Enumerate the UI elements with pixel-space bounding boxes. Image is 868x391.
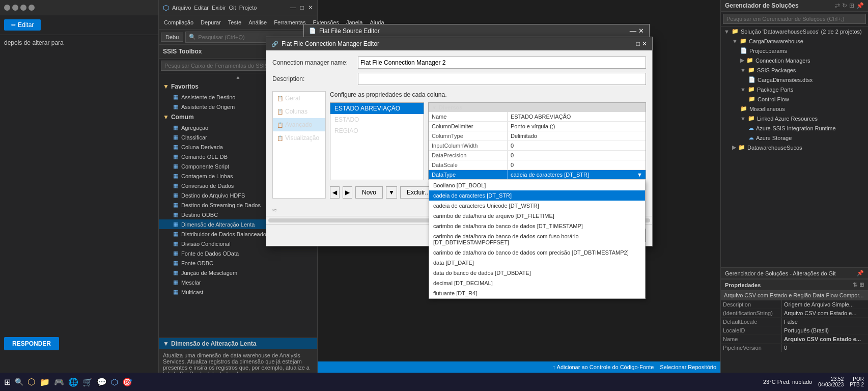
nav-colunas[interactable]: 📋 Colunas <box>273 105 325 118</box>
prop-value-datascale[interactable]: 0 <box>508 160 646 170</box>
debug-button[interactable]: Debu <box>161 33 183 42</box>
prop-grid-btn[interactable]: ⊞ <box>859 282 864 288</box>
editar-button[interactable]: ✏ Editar <box>4 19 41 31</box>
item-icon10: ▦ <box>173 192 178 199</box>
prop-value-inputwidth[interactable]: 0 <box>508 141 646 150</box>
ffs-close[interactable]: ✕ <box>638 27 644 35</box>
taskbar-vs[interactable]: ⬡ <box>27 376 36 387</box>
menu-depurar[interactable]: Depurar <box>198 18 224 26</box>
dropdown-item-str[interactable]: cadeia de caracteres [DT_STR] <box>429 190 645 201</box>
vs-minimize[interactable]: — <box>290 4 296 11</box>
menu-analise[interactable]: Análise <box>245 18 270 26</box>
conn-mgr-min[interactable]: □ <box>636 40 640 47</box>
dropdown-item-timestamp[interactable]: carimbo de data/hora do banco de dados [… <box>429 221 645 231</box>
repository-status[interactable]: Selecionar Repositório <box>660 364 716 370</box>
taskbar-file-explorer[interactable]: 📁 <box>40 377 50 387</box>
dropdown-item-timestamp2[interactable]: carimbo de data/hora do banco de dados c… <box>429 247 645 258</box>
dropdown-item-r4[interactable]: flutuante [DT_R4] <box>429 288 645 298</box>
se-project-params[interactable]: 📄 Project.params <box>721 46 868 55</box>
menu-editar[interactable]: Editar <box>194 5 209 11</box>
se-miscellaneous[interactable]: 📁 Miscellaneous <box>721 104 868 114</box>
se-datawarehouse-sucos[interactable]: ▶ 📁 DatawarehouseSucos <box>721 143 868 152</box>
taskbar-app2[interactable]: 🎯 <box>122 377 132 387</box>
prop-value-dataprecision[interactable]: 0 <box>508 151 646 160</box>
menu-compilacao[interactable]: Compilação <box>161 18 197 26</box>
prop-pipelineversion-name: PipelineVersion <box>721 344 782 352</box>
dropdown-item-timestampoffset[interactable]: carimbo de data/hora do banco de dados c… <box>429 231 645 247</box>
prop-row-datatype[interactable]: DataType cadeia de caracteres [DT_STR] ▼ <box>429 170 646 180</box>
se-control-flow[interactable]: 📁 Control Flow <box>721 94 868 104</box>
nav-prev-button[interactable]: ◀ <box>330 186 340 199</box>
dropdown-item-decimal[interactable]: decimal [DT_DECIMAL] <box>429 278 645 288</box>
toolbox-item-fonte-odata[interactable]: ▦ Fonte de Dados OData <box>159 248 317 258</box>
dropdown-item-bool[interactable]: Booliano [DT_BOOL] <box>429 180 645 190</box>
window-close[interactable] <box>29 5 35 11</box>
taskbar-app1[interactable]: 🎮 <box>54 377 64 387</box>
prop-sort-btn[interactable]: ⇅ <box>853 282 857 288</box>
col-regiao[interactable]: REGIAO <box>330 125 424 136</box>
conn-name-input[interactable] <box>358 57 646 69</box>
taskbar-discord[interactable]: 💬 <box>97 377 107 387</box>
prop-value-datatype[interactable]: cadeia de caracteres [DT_STR] ▼ <box>508 170 646 179</box>
window-restore[interactable] <box>12 5 18 11</box>
menu-exibir[interactable]: Exibir <box>212 5 226 11</box>
dropdown-item-filetime[interactable]: carimbo de data/hora de arquivo [DT_FILE… <box>429 211 645 221</box>
description-input[interactable] <box>358 73 646 85</box>
toolbox-item-multicast[interactable]: ▦ Multicast <box>159 287 317 297</box>
vs-maximize[interactable]: □ <box>300 4 304 11</box>
git-changes-pin[interactable]: 📌 <box>857 270 864 276</box>
dropdown-item-dbdate[interactable]: data do banco de dados [DT_DBDATE] <box>429 268 645 278</box>
prop-value-coltype[interactable]: Delimitado <box>508 131 646 141</box>
menu-projeto[interactable]: Projeto <box>239 5 257 11</box>
taskbar-store[interactable]: 🛒 <box>82 377 93 387</box>
se-collapse-btn[interactable]: ⊞ <box>849 2 854 9</box>
se-cargadatawarehouse[interactable]: ▼ 📁 CargaDatawarehouse <box>721 36 868 46</box>
novo-dropdown-btn[interactable]: ▼ <box>386 186 397 199</box>
conn-mgr-close[interactable]: ✕ <box>642 40 647 47</box>
nav-next-button[interactable]: ▶ <box>343 186 352 199</box>
col-estado[interactable]: ESTADO <box>330 114 424 125</box>
col-estado-abreviacao[interactable]: ESTADO ABREVIAÇÃO <box>330 103 424 114</box>
item-icon: ▦ <box>173 94 178 100</box>
se-package-parts[interactable]: ▼ 📁 Package Parts <box>721 85 868 94</box>
se-connection-managers[interactable]: ▶ 📁 Connection Managers <box>721 55 868 65</box>
se-azure-storage[interactable]: ☁ Azure Storage <box>721 133 868 143</box>
window-minimize[interactable] <box>4 5 10 11</box>
nav-visualizacao[interactable]: 📋 Visualização <box>273 131 325 145</box>
novo-button[interactable]: Novo <box>355 186 383 199</box>
se-cargadimensoes[interactable]: 📄 CargaDimensões.dtsx <box>721 75 868 85</box>
responder-button[interactable]: RESPONDER <box>4 337 59 350</box>
taskbar-chrome[interactable]: 🌐 <box>68 377 78 387</box>
taskbar-language[interactable]: PORPTB 2 <box>850 376 864 387</box>
prop-localeid-value: Português (Brasil) <box>782 326 868 334</box>
dropdown-item-wstr[interactable]: cadeia de caracteres Unicode [DT_WSTR] <box>429 201 645 211</box>
se-linked-azure[interactable]: ▼ 📁 Linked Azure Resources <box>721 114 868 123</box>
se-pin-btn[interactable]: 📌 <box>856 2 864 9</box>
taskbar-search[interactable]: 🔍 <box>15 378 23 386</box>
prop-value-name[interactable]: ESTADO ABREVIAÇÃO <box>508 112 646 121</box>
se-refresh-btn[interactable]: ↻ <box>842 2 847 9</box>
taskbar-vs2[interactable]: ⬡ <box>111 377 118 387</box>
window-maximize[interactable] <box>20 5 26 11</box>
menu-git[interactable]: Git <box>229 5 236 11</box>
vs-close[interactable]: ✕ <box>308 4 313 11</box>
dropdown-item-date[interactable]: data [DT_DATE] <box>429 258 645 268</box>
nav-avancado[interactable]: 📋 Avançado <box>273 118 325 131</box>
datatype-dropdown-btn[interactable]: ▼ <box>637 172 642 178</box>
se-sync-btn[interactable]: ⇄ <box>835 2 840 9</box>
nav-geral[interactable]: 📋 Geral <box>273 92 325 105</box>
menu-arquivo[interactable]: Arquivo <box>172 5 191 11</box>
toolbox-item-fonte-odbc[interactable]: ▦ Fonte ODBC <box>159 258 317 268</box>
se-solution-root[interactable]: ▼ 📁 Solução 'DatawarehouseSucos' (2 de 2… <box>721 26 868 36</box>
se-ssis-packages[interactable]: ▼ 📁 SSIS Packages <box>721 65 868 75</box>
source-control-status[interactable]: ↑ Adicionar ao Controle do Código-Fonte <box>553 364 654 370</box>
se-azure-ssis[interactable]: ☁ Azure-SSIS Integration Runtime <box>721 123 868 133</box>
taskbar-start[interactable]: ⊞ <box>4 377 11 387</box>
prop-value-coldelim[interactable]: Ponto e vírgula (;) <box>508 122 646 131</box>
menu-teste[interactable]: Teste <box>225 18 244 26</box>
category-expand[interactable]: ▼ <box>432 105 437 110</box>
toolbox-item-juncao[interactable]: ▦ Junção de Mesclagem <box>159 268 317 277</box>
se-search-input[interactable] <box>723 14 866 24</box>
ffs-minimize[interactable]: — <box>630 27 636 35</box>
toolbox-item-mesclar[interactable]: ▦ Mesclar <box>159 277 317 287</box>
